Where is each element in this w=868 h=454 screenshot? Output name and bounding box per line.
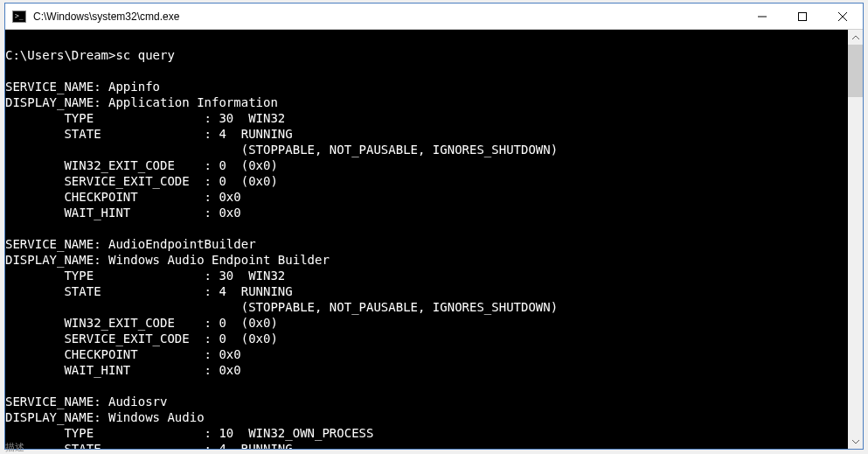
- console-output[interactable]: C:\Users\Dream>sc query SERVICE_NAME: Ap…: [5, 30, 848, 449]
- maximize-icon: [798, 12, 807, 21]
- window-controls: [742, 3, 863, 29]
- maximize-button[interactable]: [782, 3, 823, 29]
- cmd-icon: [12, 10, 26, 23]
- chevron-up-icon: [852, 35, 859, 40]
- scroll-track[interactable]: [848, 45, 863, 434]
- window-title: C:\Windows\system32\cmd.exe: [31, 10, 742, 23]
- scroll-up-button[interactable]: [848, 30, 863, 45]
- minimize-icon: [758, 12, 767, 21]
- minimize-button[interactable]: [742, 3, 782, 29]
- titlebar[interactable]: C:\Windows\system32\cmd.exe: [5, 3, 863, 30]
- vertical-scrollbar[interactable]: [848, 30, 863, 449]
- chevron-down-icon: [852, 439, 859, 444]
- svg-rect-1: [799, 12, 807, 20]
- console-area: C:\Users\Dream>sc query SERVICE_NAME: Ap…: [5, 30, 863, 449]
- cmd-window: C:\Windows\system32\cmd.exe C:\Users\Dre…: [4, 3, 864, 450]
- close-button[interactable]: [823, 3, 863, 29]
- scroll-down-button[interactable]: [848, 434, 863, 449]
- close-icon: [838, 12, 847, 21]
- status-hint-text: 描述: [5, 441, 24, 454]
- scroll-thumb[interactable]: [848, 45, 863, 97]
